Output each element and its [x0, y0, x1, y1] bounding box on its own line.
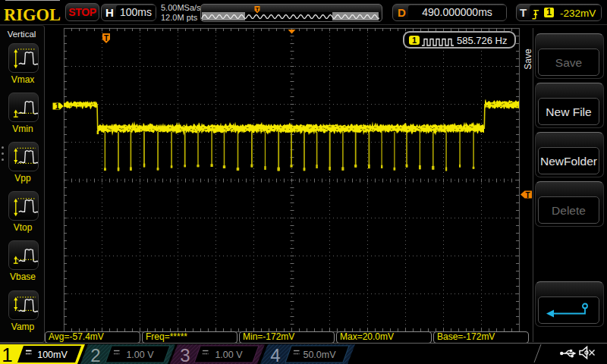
svg-text:T: T: [256, 6, 259, 13]
svg-text:1: 1: [55, 102, 60, 111]
svg-text:T: T: [525, 191, 530, 199]
svg-text:100mV: 100mV: [37, 350, 68, 360]
svg-text:50.0mV: 50.0mV: [303, 350, 336, 360]
svg-text:T: T: [104, 34, 109, 42]
svg-text:2: 2: [90, 345, 100, 364]
svg-text:1: 1: [2, 344, 12, 364]
svg-text:4: 4: [270, 345, 280, 364]
svg-text:1.00 V: 1.00 V: [126, 350, 154, 360]
svg-text:3: 3: [180, 345, 190, 364]
svg-text:1.00 V: 1.00 V: [215, 350, 243, 360]
